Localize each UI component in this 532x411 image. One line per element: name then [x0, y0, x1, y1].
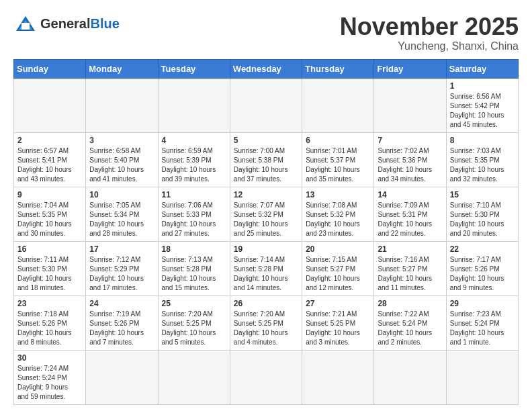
location-subtitle: Yuncheng, Shanxi, China: [340, 40, 519, 52]
day-info: Sunrise: 7:09 AM Sunset: 5:31 PM Dayligh…: [378, 201, 442, 238]
calendar-cell: 28Sunrise: 7:22 AM Sunset: 5:24 PM Dayli…: [374, 295, 446, 350]
day-info: Sunrise: 7:21 AM Sunset: 5:25 PM Dayligh…: [306, 310, 370, 347]
calendar-cell: [158, 78, 230, 132]
day-number: 14: [378, 190, 442, 199]
logo-text: GeneralBlue: [40, 16, 120, 32]
day-info: Sunrise: 6:59 AM Sunset: 5:39 PM Dayligh…: [162, 146, 226, 184]
day-number: 1: [450, 81, 515, 91]
weekday-header-wednesday: Wednesday: [230, 59, 302, 78]
calendar-cell: [374, 78, 446, 132]
day-info: Sunrise: 7:15 AM Sunset: 5:27 PM Dayligh…: [306, 255, 370, 293]
day-number: 2: [17, 136, 82, 145]
day-info: Sunrise: 7:08 AM Sunset: 5:32 PM Dayligh…: [306, 201, 370, 238]
title-area: November 2025 Yuncheng, Shanxi, China: [340, 13, 519, 52]
calendar-cell: [86, 78, 158, 132]
calendar-cell: 20Sunrise: 7:15 AM Sunset: 5:27 PM Dayli…: [302, 241, 374, 295]
day-number: 16: [17, 244, 82, 254]
calendar-cell: 12Sunrise: 7:07 AM Sunset: 5:32 PM Dayli…: [230, 187, 302, 241]
calendar-cell: 25Sunrise: 7:20 AM Sunset: 5:25 PM Dayli…: [158, 295, 230, 350]
day-info: Sunrise: 7:22 AM Sunset: 5:24 PM Dayligh…: [378, 310, 442, 347]
day-info: Sunrise: 7:20 AM Sunset: 5:25 PM Dayligh…: [234, 310, 298, 347]
month-title: November 2025: [340, 13, 519, 40]
day-info: Sunrise: 7:23 AM Sunset: 5:24 PM Dayligh…: [450, 310, 515, 347]
day-number: 5: [234, 136, 298, 145]
day-number: 19: [234, 244, 298, 254]
day-number: 24: [89, 299, 154, 308]
calendar-table: SundayMondayTuesdayWednesdayThursdayFrid…: [13, 59, 519, 405]
day-info: Sunrise: 7:06 AM Sunset: 5:33 PM Dayligh…: [162, 201, 226, 238]
calendar-week-2: 2Sunrise: 6:57 AM Sunset: 5:41 PM Daylig…: [14, 132, 519, 187]
day-number: 15: [450, 190, 515, 199]
day-number: 11: [162, 190, 226, 199]
day-number: 29: [450, 299, 515, 308]
day-info: Sunrise: 7:00 AM Sunset: 5:38 PM Dayligh…: [234, 146, 298, 184]
calendar-cell: 7Sunrise: 7:02 AM Sunset: 5:36 PM Daylig…: [374, 132, 446, 187]
day-number: 7: [378, 136, 442, 145]
calendar-cell: [374, 350, 446, 404]
weekday-header-monday: Monday: [86, 59, 158, 78]
weekday-header-sunday: Sunday: [14, 59, 86, 78]
calendar-cell: 26Sunrise: 7:20 AM Sunset: 5:25 PM Dayli…: [230, 295, 302, 350]
day-number: 27: [306, 299, 370, 308]
day-info: Sunrise: 6:57 AM Sunset: 5:41 PM Dayligh…: [17, 146, 82, 184]
calendar-cell: 11Sunrise: 7:06 AM Sunset: 5:33 PM Dayli…: [158, 187, 230, 241]
day-number: 3: [89, 136, 154, 145]
calendar-cell: 17Sunrise: 7:12 AM Sunset: 5:29 PM Dayli…: [86, 241, 158, 295]
calendar-cell: 30Sunrise: 7:24 AM Sunset: 5:24 PM Dayli…: [14, 350, 86, 404]
day-number: 4: [162, 136, 226, 145]
calendar-cell: 21Sunrise: 7:16 AM Sunset: 5:27 PM Dayli…: [374, 241, 446, 295]
calendar-cell: 23Sunrise: 7:18 AM Sunset: 5:26 PM Dayli…: [14, 295, 86, 350]
day-info: Sunrise: 7:18 AM Sunset: 5:26 PM Dayligh…: [17, 310, 82, 347]
page-header: GeneralBlue November 2025 Yuncheng, Shan…: [13, 13, 519, 52]
calendar-cell: 13Sunrise: 7:08 AM Sunset: 5:32 PM Dayli…: [302, 187, 374, 241]
calendar-cell: [14, 78, 86, 132]
weekday-header-thursday: Thursday: [302, 59, 374, 78]
weekday-header-saturday: Saturday: [446, 59, 518, 78]
calendar-cell: [302, 78, 374, 132]
calendar-cell: 14Sunrise: 7:09 AM Sunset: 5:31 PM Dayli…: [374, 187, 446, 241]
day-number: 8: [450, 136, 515, 145]
calendar-cell: [86, 350, 158, 404]
calendar-week-1: 1Sunrise: 6:56 AM Sunset: 5:42 PM Daylig…: [14, 78, 519, 132]
day-info: Sunrise: 7:19 AM Sunset: 5:26 PM Dayligh…: [89, 310, 154, 347]
day-number: 22: [450, 244, 515, 254]
calendar-cell: 2Sunrise: 6:57 AM Sunset: 5:41 PM Daylig…: [14, 132, 86, 187]
day-number: 17: [89, 244, 154, 254]
day-number: 20: [306, 244, 370, 254]
calendar-cell: 16Sunrise: 7:11 AM Sunset: 5:30 PM Dayli…: [14, 241, 86, 295]
day-number: 12: [234, 190, 298, 199]
day-info: Sunrise: 7:13 AM Sunset: 5:28 PM Dayligh…: [162, 255, 226, 293]
day-info: Sunrise: 7:10 AM Sunset: 5:30 PM Dayligh…: [450, 201, 515, 238]
calendar-cell: [230, 350, 302, 404]
calendar-cell: 22Sunrise: 7:17 AM Sunset: 5:26 PM Dayli…: [446, 241, 518, 295]
day-number: 10: [89, 190, 154, 199]
calendar-cell: [158, 350, 230, 404]
day-info: Sunrise: 7:16 AM Sunset: 5:27 PM Dayligh…: [378, 255, 442, 293]
calendar-cell: 27Sunrise: 7:21 AM Sunset: 5:25 PM Dayli…: [302, 295, 374, 350]
day-info: Sunrise: 6:58 AM Sunset: 5:40 PM Dayligh…: [89, 146, 154, 184]
day-number: 23: [17, 299, 82, 308]
calendar-week-3: 9Sunrise: 7:04 AM Sunset: 5:35 PM Daylig…: [14, 187, 519, 241]
calendar-cell: 24Sunrise: 7:19 AM Sunset: 5:26 PM Dayli…: [86, 295, 158, 350]
calendar-cell: 9Sunrise: 7:04 AM Sunset: 5:35 PM Daylig…: [14, 187, 86, 241]
weekday-header-tuesday: Tuesday: [158, 59, 230, 78]
weekday-header-row: SundayMondayTuesdayWednesdayThursdayFrid…: [14, 59, 519, 78]
calendar-cell: 29Sunrise: 7:23 AM Sunset: 5:24 PM Dayli…: [446, 295, 518, 350]
day-number: 26: [234, 299, 298, 308]
day-info: Sunrise: 7:05 AM Sunset: 5:34 PM Dayligh…: [89, 201, 154, 238]
calendar-cell: 1Sunrise: 6:56 AM Sunset: 5:42 PM Daylig…: [446, 78, 518, 132]
calendar-cell: 5Sunrise: 7:00 AM Sunset: 5:38 PM Daylig…: [230, 132, 302, 187]
calendar-cell: 18Sunrise: 7:13 AM Sunset: 5:28 PM Dayli…: [158, 241, 230, 295]
calendar-cell: [446, 350, 518, 404]
svg-rect-3: [21, 23, 30, 30]
day-info: Sunrise: 7:17 AM Sunset: 5:26 PM Dayligh…: [450, 255, 515, 293]
calendar-week-6: 30Sunrise: 7:24 AM Sunset: 5:24 PM Dayli…: [14, 350, 519, 404]
day-info: Sunrise: 7:11 AM Sunset: 5:30 PM Dayligh…: [17, 255, 82, 293]
day-number: 21: [378, 244, 442, 254]
day-info: Sunrise: 7:12 AM Sunset: 5:29 PM Dayligh…: [89, 255, 154, 293]
day-info: Sunrise: 7:14 AM Sunset: 5:28 PM Dayligh…: [234, 255, 298, 293]
day-number: 28: [378, 299, 442, 308]
day-number: 6: [306, 136, 370, 145]
day-number: 30: [17, 353, 82, 363]
logo-icon: [13, 13, 38, 34]
